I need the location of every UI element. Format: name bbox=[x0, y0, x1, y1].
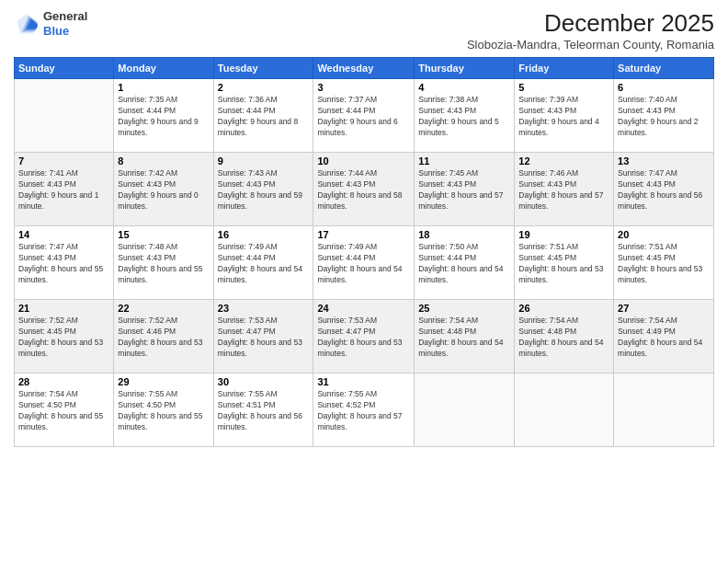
day-info: Sunrise: 7:49 AMSunset: 4:44 PMDaylight:… bbox=[218, 242, 310, 286]
calendar-week-row: 28Sunrise: 7:54 AMSunset: 4:50 PMDayligh… bbox=[15, 373, 714, 447]
logo-general: General bbox=[43, 9, 87, 24]
day-info: Sunrise: 7:39 AMSunset: 4:43 PMDaylight:… bbox=[518, 95, 609, 139]
day-number: 18 bbox=[418, 229, 510, 240]
day-number: 8 bbox=[118, 155, 209, 167]
col-thursday: Thursday bbox=[415, 58, 515, 79]
table-row: 13Sunrise: 7:47 AMSunset: 4:43 PMDayligh… bbox=[614, 153, 714, 226]
table-row: 7Sunrise: 7:41 AMSunset: 4:43 PMDaylight… bbox=[15, 153, 114, 226]
day-number: 10 bbox=[317, 155, 410, 167]
table-row: 8Sunrise: 7:42 AMSunset: 4:43 PMDaylight… bbox=[114, 153, 213, 226]
day-number: 6 bbox=[618, 82, 710, 93]
table-row: 23Sunrise: 7:53 AMSunset: 4:47 PMDayligh… bbox=[213, 300, 313, 373]
day-info: Sunrise: 7:35 AMSunset: 4:44 PMDaylight:… bbox=[118, 95, 209, 139]
day-number: 3 bbox=[317, 82, 410, 93]
day-number: 1 bbox=[118, 82, 209, 93]
day-info: Sunrise: 7:53 AMSunset: 4:47 PMDaylight:… bbox=[317, 316, 410, 360]
day-info: Sunrise: 7:51 AMSunset: 4:45 PMDaylight:… bbox=[618, 242, 710, 286]
day-info: Sunrise: 7:38 AMSunset: 4:43 PMDaylight:… bbox=[418, 95, 510, 139]
table-row bbox=[415, 373, 515, 447]
header: General Blue December 2025 Slobozia-Mand… bbox=[14, 9, 714, 52]
day-info: Sunrise: 7:49 AMSunset: 4:44 PMDaylight:… bbox=[317, 242, 410, 286]
day-number: 21 bbox=[18, 303, 109, 314]
logo-blue: Blue bbox=[43, 24, 87, 39]
table-row: 15Sunrise: 7:48 AMSunset: 4:43 PMDayligh… bbox=[114, 226, 213, 300]
table-row: 11Sunrise: 7:45 AMSunset: 4:43 PMDayligh… bbox=[415, 153, 515, 226]
day-number: 25 bbox=[418, 303, 510, 314]
col-wednesday: Wednesday bbox=[313, 58, 415, 79]
day-info: Sunrise: 7:54 AMSunset: 4:50 PMDaylight:… bbox=[18, 389, 109, 433]
col-sunday: Sunday bbox=[15, 58, 114, 79]
day-number: 14 bbox=[18, 229, 109, 240]
calendar-table: Sunday Monday Tuesday Wednesday Thursday… bbox=[14, 57, 714, 447]
day-info: Sunrise: 7:52 AMSunset: 4:45 PMDaylight:… bbox=[18, 316, 109, 360]
day-info: Sunrise: 7:47 AMSunset: 4:43 PMDaylight:… bbox=[618, 168, 710, 213]
day-number: 26 bbox=[518, 303, 609, 314]
day-info: Sunrise: 7:55 AMSunset: 4:52 PMDaylight:… bbox=[317, 389, 410, 433]
table-row: 31Sunrise: 7:55 AMSunset: 4:52 PMDayligh… bbox=[313, 373, 415, 447]
calendar-header-row: Sunday Monday Tuesday Wednesday Thursday… bbox=[15, 58, 714, 79]
table-row: 4Sunrise: 7:38 AMSunset: 4:43 PMDaylight… bbox=[415, 79, 515, 153]
day-number: 31 bbox=[317, 376, 410, 387]
table-row: 26Sunrise: 7:54 AMSunset: 4:48 PMDayligh… bbox=[515, 300, 614, 373]
day-number: 24 bbox=[317, 303, 410, 314]
table-row: 28Sunrise: 7:54 AMSunset: 4:50 PMDayligh… bbox=[15, 373, 114, 447]
day-info: Sunrise: 7:41 AMSunset: 4:43 PMDaylight:… bbox=[18, 168, 109, 213]
table-row: 1Sunrise: 7:35 AMSunset: 4:44 PMDaylight… bbox=[114, 79, 213, 153]
day-number: 5 bbox=[518, 82, 609, 93]
day-number: 16 bbox=[218, 229, 310, 240]
day-number: 30 bbox=[218, 376, 310, 387]
month-title: December 2025 bbox=[467, 9, 714, 38]
day-info: Sunrise: 7:55 AMSunset: 4:51 PMDaylight:… bbox=[218, 389, 310, 433]
day-info: Sunrise: 7:51 AMSunset: 4:45 PMDaylight:… bbox=[518, 242, 609, 286]
table-row: 24Sunrise: 7:53 AMSunset: 4:47 PMDayligh… bbox=[313, 300, 415, 373]
col-saturday: Saturday bbox=[614, 58, 714, 79]
logo-text: General Blue bbox=[43, 9, 87, 38]
day-number: 19 bbox=[518, 229, 609, 240]
day-info: Sunrise: 7:48 AMSunset: 4:43 PMDaylight:… bbox=[118, 242, 209, 286]
day-number: 23 bbox=[218, 303, 310, 314]
day-number: 9 bbox=[218, 155, 310, 167]
day-info: Sunrise: 7:52 AMSunset: 4:46 PMDaylight:… bbox=[118, 316, 209, 360]
logo: General Blue bbox=[14, 9, 87, 38]
title-section: December 2025 Slobozia-Mandra, Teleorman… bbox=[467, 9, 714, 52]
day-number: 29 bbox=[118, 376, 209, 387]
day-info: Sunrise: 7:42 AMSunset: 4:43 PMDaylight:… bbox=[118, 168, 209, 213]
calendar-week-row: 7Sunrise: 7:41 AMSunset: 4:43 PMDaylight… bbox=[15, 153, 714, 226]
table-row: 6Sunrise: 7:40 AMSunset: 4:43 PMDaylight… bbox=[614, 79, 714, 153]
table-row: 27Sunrise: 7:54 AMSunset: 4:49 PMDayligh… bbox=[614, 300, 714, 373]
day-info: Sunrise: 7:50 AMSunset: 4:44 PMDaylight:… bbox=[418, 242, 510, 286]
table-row bbox=[515, 373, 614, 447]
day-info: Sunrise: 7:47 AMSunset: 4:43 PMDaylight:… bbox=[18, 242, 109, 286]
table-row: 5Sunrise: 7:39 AMSunset: 4:43 PMDaylight… bbox=[515, 79, 614, 153]
col-monday: Monday bbox=[114, 58, 213, 79]
day-number: 7 bbox=[18, 155, 109, 167]
day-number: 12 bbox=[518, 155, 609, 167]
table-row bbox=[614, 373, 714, 447]
table-row: 10Sunrise: 7:44 AMSunset: 4:43 PMDayligh… bbox=[313, 153, 415, 226]
day-info: Sunrise: 7:44 AMSunset: 4:43 PMDaylight:… bbox=[317, 168, 410, 213]
day-number: 15 bbox=[118, 229, 209, 240]
logo-icon bbox=[14, 11, 40, 37]
day-number: 2 bbox=[218, 82, 310, 93]
day-info: Sunrise: 7:40 AMSunset: 4:43 PMDaylight:… bbox=[618, 95, 710, 139]
day-info: Sunrise: 7:45 AMSunset: 4:43 PMDaylight:… bbox=[418, 168, 510, 213]
day-info: Sunrise: 7:43 AMSunset: 4:43 PMDaylight:… bbox=[218, 168, 310, 213]
day-info: Sunrise: 7:53 AMSunset: 4:47 PMDaylight:… bbox=[218, 316, 310, 360]
table-row: 14Sunrise: 7:47 AMSunset: 4:43 PMDayligh… bbox=[15, 226, 114, 300]
table-row: 29Sunrise: 7:55 AMSunset: 4:50 PMDayligh… bbox=[114, 373, 213, 447]
day-number: 13 bbox=[618, 155, 710, 167]
table-row: 30Sunrise: 7:55 AMSunset: 4:51 PMDayligh… bbox=[213, 373, 313, 447]
day-info: Sunrise: 7:36 AMSunset: 4:44 PMDaylight:… bbox=[218, 95, 310, 139]
day-number: 27 bbox=[618, 303, 710, 314]
table-row: 12Sunrise: 7:46 AMSunset: 4:43 PMDayligh… bbox=[515, 153, 614, 226]
day-number: 20 bbox=[618, 229, 710, 240]
table-row bbox=[15, 79, 114, 153]
day-info: Sunrise: 7:54 AMSunset: 4:49 PMDaylight:… bbox=[618, 316, 710, 360]
col-tuesday: Tuesday bbox=[213, 58, 313, 79]
day-number: 11 bbox=[418, 155, 510, 167]
calendar-week-row: 1Sunrise: 7:35 AMSunset: 4:44 PMDaylight… bbox=[15, 79, 714, 153]
table-row: 2Sunrise: 7:36 AMSunset: 4:44 PMDaylight… bbox=[213, 79, 313, 153]
location-subtitle: Slobozia-Mandra, Teleorman County, Roman… bbox=[467, 38, 714, 52]
table-row: 9Sunrise: 7:43 AMSunset: 4:43 PMDaylight… bbox=[213, 153, 313, 226]
day-info: Sunrise: 7:54 AMSunset: 4:48 PMDaylight:… bbox=[418, 316, 510, 360]
